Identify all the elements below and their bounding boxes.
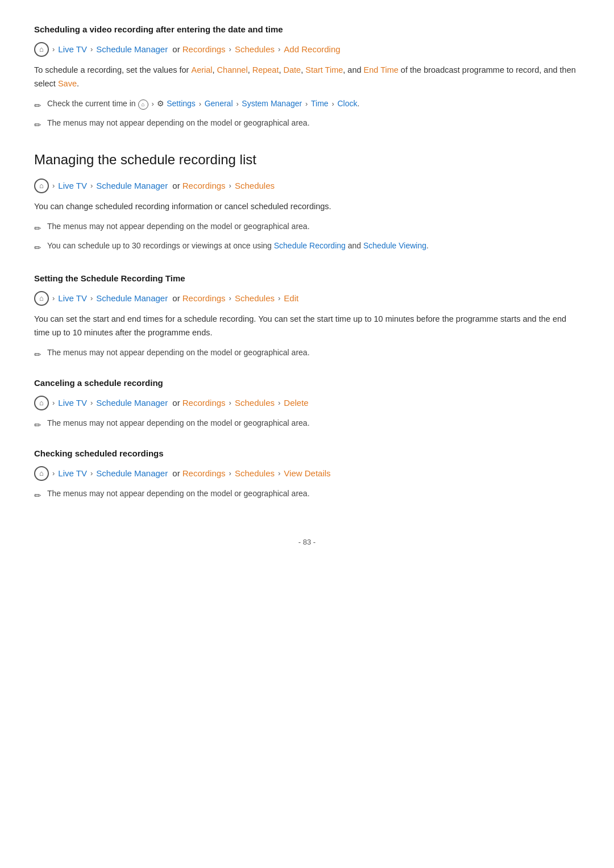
nav-schedules-3[interactable]: Schedules xyxy=(235,292,275,305)
nav-schedules-5[interactable]: Schedules xyxy=(235,467,275,480)
chevron-icon: › xyxy=(151,99,156,108)
nav-edit[interactable]: Edit xyxy=(284,292,298,305)
nav-live-tv-5[interactable]: Live TV xyxy=(58,467,87,480)
note1-text: Check the current time in ⌂ › ⚙ Settings… xyxy=(47,98,359,110)
section2-body: You can change scheduled recording infor… xyxy=(34,200,580,214)
chevron-icon: › xyxy=(52,468,55,480)
home-icon-3: ⌂ xyxy=(34,291,49,306)
section3-body: You can set the start and end times for … xyxy=(34,313,580,340)
page-number: - 83 - xyxy=(34,537,580,549)
note6-text: The menus may not appear depending on th… xyxy=(47,417,310,430)
link-repeat[interactable]: Repeat xyxy=(252,65,279,74)
chevron-icon: › xyxy=(229,468,231,480)
link-general[interactable]: General xyxy=(205,99,233,108)
chevron-icon: › xyxy=(305,99,310,108)
chevron-icon: › xyxy=(90,468,93,480)
link-channel[interactable]: Channel xyxy=(217,65,248,74)
nav-schedule-manager-1[interactable]: Schedule Manager xyxy=(96,43,168,56)
pencil-icon-7: ✏ xyxy=(34,489,42,502)
chevron-icon: › xyxy=(52,293,55,305)
note-check-time: ✏ Check the current time in ⌂ › ⚙ Settin… xyxy=(34,98,580,113)
chevron-icon: › xyxy=(229,180,231,192)
nav-live-tv-4[interactable]: Live TV xyxy=(58,396,87,410)
nav-or-text-3: or xyxy=(170,292,180,305)
link-schedule-viewing[interactable]: Schedule Viewing xyxy=(363,241,426,250)
chevron-icon: › xyxy=(278,397,280,409)
link-settings[interactable]: Settings xyxy=(167,99,196,108)
link-save[interactable]: Save xyxy=(58,79,77,88)
settings-icon: ⚙ xyxy=(157,99,164,108)
section3-title: Setting the Schedule Recording Time xyxy=(34,272,580,285)
link-schedule-recording[interactable]: Schedule Recording xyxy=(274,241,346,250)
link-aerial[interactable]: Aerial xyxy=(191,65,212,74)
note3-text: The menus may not appear depending on th… xyxy=(47,221,310,233)
pencil-icon-1: ✏ xyxy=(34,99,42,113)
section2-nav: ⌂ › Live TV › Schedule Manager or Record… xyxy=(34,178,580,193)
nav-or-text-4: or xyxy=(170,396,180,410)
section-checking: Checking scheduled recordings ⌂ › Live T… xyxy=(34,447,580,502)
nav-schedule-manager-3[interactable]: Schedule Manager xyxy=(96,292,168,305)
link-start-time[interactable]: Start Time xyxy=(305,65,343,74)
nav-schedules-4[interactable]: Schedules xyxy=(235,396,275,410)
pencil-icon-2: ✏ xyxy=(34,118,42,132)
chevron-icon: › xyxy=(90,397,93,409)
note2-text: The menus may not appear depending on th… xyxy=(47,117,310,130)
pencil-icon-4: ✏ xyxy=(34,241,42,255)
chevron-icon: › xyxy=(332,99,337,108)
note7-text: The menus may not appear depending on th… xyxy=(47,488,310,500)
section4-title: Canceling a schedule recording xyxy=(34,376,580,390)
nav-recordings-1[interactable]: Recordings xyxy=(182,43,226,56)
section3-nav: ⌂ › Live TV › Schedule Manager or Record… xyxy=(34,291,580,306)
link-clock[interactable]: Clock xyxy=(337,99,357,108)
section1-body: To schedule a recording, set the values … xyxy=(34,64,580,91)
chevron-icon: › xyxy=(90,44,93,56)
nav-live-tv-1[interactable]: Live TV xyxy=(58,43,87,56)
nav-delete[interactable]: Delete xyxy=(284,396,308,410)
note1-prefix: Check the current time in xyxy=(47,99,138,108)
nav-recordings-3[interactable]: Recordings xyxy=(182,292,226,305)
nav-or-text-2: or xyxy=(170,179,180,193)
section5-nav: ⌂ › Live TV › Schedule Manager or Record… xyxy=(34,466,580,481)
nav-or-text-5: or xyxy=(170,467,180,480)
section-setting-time: Setting the Schedule Recording Time ⌂ › … xyxy=(34,272,580,362)
nav-recordings-5[interactable]: Recordings xyxy=(182,467,226,480)
chevron-icon: › xyxy=(199,99,204,108)
chevron-icon: › xyxy=(90,293,93,305)
note4-text: You can schedule up to 30 recordings or … xyxy=(47,240,429,252)
note-menus-4: ✏ The menus may not appear depending on … xyxy=(34,417,580,432)
home-icon-5: ⌂ xyxy=(34,466,49,481)
note5-text: The menus may not appear depending on th… xyxy=(47,347,310,359)
nav-live-tv-2[interactable]: Live TV xyxy=(58,179,87,193)
section-scheduling: Scheduling a video recording after enter… xyxy=(34,23,580,132)
chevron-icon: › xyxy=(278,44,280,56)
nav-add-recording[interactable]: Add Recording xyxy=(284,43,340,56)
nav-or-text-1: or xyxy=(170,43,180,56)
home-icon-2: ⌂ xyxy=(34,178,49,193)
link-time[interactable]: Time xyxy=(311,99,329,108)
section4-nav: ⌂ › Live TV › Schedule Manager or Record… xyxy=(34,396,580,410)
nav-schedules-2[interactable]: Schedules xyxy=(235,179,275,193)
note-menus-5: ✏ The menus may not appear depending on … xyxy=(34,488,580,502)
section1-title: Scheduling a video recording after enter… xyxy=(34,23,580,36)
nav-view-details[interactable]: View Details xyxy=(284,467,330,480)
nav-schedule-manager-2[interactable]: Schedule Manager xyxy=(96,179,168,193)
nav-recordings-4[interactable]: Recordings xyxy=(182,396,226,410)
nav-schedules-1[interactable]: Schedules xyxy=(235,43,275,56)
note-schedule-30: ✏ You can schedule up to 30 recordings o… xyxy=(34,240,580,255)
note-menus-2: ✏ The menus may not appear depending on … xyxy=(34,221,580,235)
nav-schedule-manager-4[interactable]: Schedule Manager xyxy=(96,396,168,410)
chevron-icon: › xyxy=(236,99,240,108)
nav-live-tv-3[interactable]: Live TV xyxy=(58,292,87,305)
chevron-icon: › xyxy=(278,468,280,480)
pencil-icon-5: ✏ xyxy=(34,348,42,362)
section-managing: Managing the schedule recording list ⌂ ›… xyxy=(34,149,580,255)
link-date[interactable]: Date xyxy=(284,65,301,74)
link-system-manager[interactable]: System Manager xyxy=(242,99,302,108)
section2-title: Managing the schedule recording list xyxy=(34,149,580,171)
nav-schedule-manager-5[interactable]: Schedule Manager xyxy=(96,467,168,480)
section-canceling: Canceling a schedule recording ⌂ › Live … xyxy=(34,376,580,432)
link-end-time[interactable]: End Time xyxy=(364,65,399,74)
home-icon-4: ⌂ xyxy=(34,396,49,410)
chevron-icon: › xyxy=(229,397,231,409)
nav-recordings-2[interactable]: Recordings xyxy=(182,179,226,193)
